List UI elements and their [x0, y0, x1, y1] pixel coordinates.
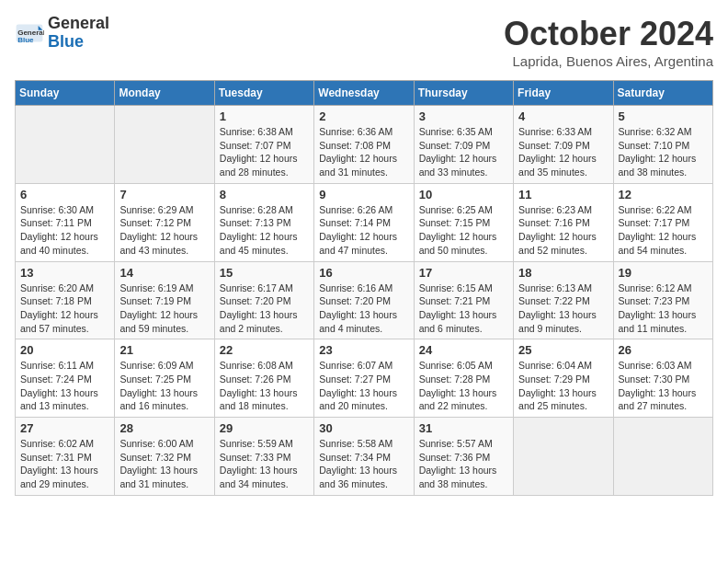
day-number: 28 — [119, 421, 209, 435]
calendar-cell: 5Sunrise: 6:32 AMSunset: 7:10 PMDaylight… — [613, 106, 712, 184]
calendar-cell: 18Sunrise: 6:13 AMSunset: 7:22 PMDayligh… — [514, 261, 613, 339]
calendar-cell: 2Sunrise: 6:36 AMSunset: 7:08 PMDaylight… — [314, 106, 414, 184]
calendar-week-row: 20Sunrise: 6:11 AMSunset: 7:24 PMDayligh… — [16, 339, 713, 418]
calendar-header-row: SundayMondayTuesdayWednesdayThursdayFrid… — [16, 81, 713, 106]
calendar-cell: 11Sunrise: 6:23 AMSunset: 7:16 PMDayligh… — [514, 183, 613, 261]
day-number: 19 — [619, 266, 708, 280]
day-number: 9 — [319, 188, 408, 201]
calendar-week-row: 27Sunrise: 6:02 AMSunset: 7:31 PMDayligh… — [16, 418, 713, 496]
calendar-cell: 21Sunrise: 6:09 AMSunset: 7:25 PMDayligh… — [115, 339, 214, 418]
day-info: Sunrise: 6:11 AMSunset: 7:24 PMDaylight:… — [20, 359, 109, 413]
day-number: 16 — [319, 266, 408, 280]
month-title: October 2024 — [504, 15, 713, 53]
calendar-cell: 13Sunrise: 6:20 AMSunset: 7:18 PMDayligh… — [16, 261, 115, 339]
calendar-cell — [115, 106, 214, 184]
calendar-cell: 29Sunrise: 5:59 AMSunset: 7:33 PMDayligh… — [214, 418, 313, 496]
calendar-cell: 3Sunrise: 6:35 AMSunset: 7:09 PMDaylight… — [414, 106, 513, 184]
weekday-header: Tuesday — [214, 81, 313, 106]
day-number: 1 — [220, 109, 309, 123]
day-info: Sunrise: 6:23 AMSunset: 7:16 PMDaylight:… — [518, 203, 608, 258]
logo-icon: General Blue — [15, 18, 44, 48]
day-info: Sunrise: 6:38 AMSunset: 7:07 PMDaylight:… — [220, 125, 309, 179]
day-number: 18 — [518, 266, 608, 280]
day-info: Sunrise: 6:33 AMSunset: 7:09 PMDaylight:… — [518, 125, 608, 179]
day-info: Sunrise: 6:02 AMSunset: 7:31 PMDaylight:… — [20, 437, 109, 491]
day-info: Sunrise: 6:20 AMSunset: 7:18 PMDaylight:… — [20, 282, 109, 336]
day-number: 6 — [20, 188, 109, 201]
day-info: Sunrise: 5:59 AMSunset: 7:33 PMDaylight:… — [220, 437, 309, 491]
weekday-header: Thursday — [414, 81, 513, 106]
day-info: Sunrise: 6:28 AMSunset: 7:13 PMDaylight:… — [220, 203, 309, 258]
calendar-cell — [16, 106, 115, 184]
weekday-header: Saturday — [613, 81, 712, 106]
day-info: Sunrise: 6:32 AMSunset: 7:10 PMDaylight:… — [619, 125, 708, 179]
day-number: 12 — [619, 188, 708, 201]
calendar-cell: 23Sunrise: 6:07 AMSunset: 7:27 PMDayligh… — [314, 339, 414, 418]
day-number: 2 — [319, 109, 408, 123]
calendar-cell: 24Sunrise: 6:05 AMSunset: 7:28 PMDayligh… — [414, 339, 513, 418]
weekday-header: Wednesday — [314, 81, 414, 106]
logo: General Blue General Blue — [15, 15, 109, 52]
calendar-cell: 16Sunrise: 6:16 AMSunset: 7:20 PMDayligh… — [314, 261, 414, 339]
calendar-cell: 8Sunrise: 6:28 AMSunset: 7:13 PMDaylight… — [214, 183, 313, 261]
calendar-cell: 1Sunrise: 6:38 AMSunset: 7:07 PMDaylight… — [214, 106, 313, 184]
day-number: 3 — [419, 109, 508, 123]
day-number: 17 — [419, 266, 508, 280]
calendar-cell: 6Sunrise: 6:30 AMSunset: 7:11 PMDaylight… — [16, 183, 115, 261]
calendar-cell: 9Sunrise: 6:26 AMSunset: 7:14 PMDaylight… — [314, 183, 414, 261]
calendar-cell: 4Sunrise: 6:33 AMSunset: 7:09 PMDaylight… — [514, 106, 613, 184]
title-area: October 2024 Laprida, Buenos Aires, Arge… — [504, 15, 713, 69]
day-number: 13 — [20, 266, 109, 280]
calendar-cell: 10Sunrise: 6:25 AMSunset: 7:15 PMDayligh… — [414, 183, 513, 261]
day-info: Sunrise: 6:17 AMSunset: 7:20 PMDaylight:… — [220, 282, 309, 336]
day-number: 14 — [119, 266, 209, 280]
calendar-table: SundayMondayTuesdayWednesdayThursdayFrid… — [15, 80, 713, 496]
calendar-cell: 28Sunrise: 6:00 AMSunset: 7:32 PMDayligh… — [115, 418, 214, 496]
location-title: Laprida, Buenos Aires, Argentina — [504, 53, 713, 69]
page-header: General Blue General Blue October 2024 L… — [15, 15, 713, 69]
day-info: Sunrise: 6:13 AMSunset: 7:22 PMDaylight:… — [518, 282, 608, 336]
calendar-cell: 12Sunrise: 6:22 AMSunset: 7:17 PMDayligh… — [613, 183, 712, 261]
day-number: 22 — [220, 343, 309, 357]
day-info: Sunrise: 6:25 AMSunset: 7:15 PMDaylight:… — [419, 203, 508, 258]
logo-general-text: General — [48, 15, 109, 33]
calendar-cell: 19Sunrise: 6:12 AMSunset: 7:23 PMDayligh… — [613, 261, 712, 339]
day-number: 24 — [419, 343, 508, 357]
day-number: 20 — [20, 343, 109, 357]
day-number: 23 — [319, 343, 408, 357]
day-number: 4 — [518, 109, 608, 123]
calendar-cell: 30Sunrise: 5:58 AMSunset: 7:34 PMDayligh… — [314, 418, 414, 496]
day-info: Sunrise: 6:12 AMSunset: 7:23 PMDaylight:… — [619, 282, 708, 336]
day-info: Sunrise: 6:36 AMSunset: 7:08 PMDaylight:… — [319, 125, 408, 179]
day-info: Sunrise: 6:07 AMSunset: 7:27 PMDaylight:… — [319, 359, 408, 413]
day-number: 25 — [518, 343, 608, 357]
day-info: Sunrise: 6:22 AMSunset: 7:17 PMDaylight:… — [619, 203, 708, 258]
day-info: Sunrise: 6:29 AMSunset: 7:12 PMDaylight:… — [119, 203, 209, 258]
day-number: 29 — [220, 421, 309, 435]
day-number: 7 — [119, 188, 209, 201]
day-number: 30 — [319, 421, 408, 435]
calendar-cell: 31Sunrise: 5:57 AMSunset: 7:36 PMDayligh… — [414, 418, 513, 496]
day-info: Sunrise: 5:58 AMSunset: 7:34 PMDaylight:… — [319, 437, 408, 491]
day-number: 5 — [619, 109, 708, 123]
calendar-cell — [613, 418, 712, 496]
day-number: 26 — [619, 343, 708, 357]
calendar-cell: 17Sunrise: 6:15 AMSunset: 7:21 PMDayligh… — [414, 261, 513, 339]
day-info: Sunrise: 6:15 AMSunset: 7:21 PMDaylight:… — [419, 282, 508, 336]
day-info: Sunrise: 6:08 AMSunset: 7:26 PMDaylight:… — [220, 359, 309, 413]
day-number: 11 — [518, 188, 608, 201]
calendar-cell: 15Sunrise: 6:17 AMSunset: 7:20 PMDayligh… — [214, 261, 313, 339]
day-info: Sunrise: 6:03 AMSunset: 7:30 PMDaylight:… — [619, 359, 708, 413]
calendar-week-row: 6Sunrise: 6:30 AMSunset: 7:11 PMDaylight… — [16, 183, 713, 261]
day-info: Sunrise: 6:09 AMSunset: 7:25 PMDaylight:… — [119, 359, 209, 413]
day-info: Sunrise: 6:05 AMSunset: 7:28 PMDaylight:… — [419, 359, 508, 413]
calendar-cell — [514, 418, 613, 496]
weekday-header: Friday — [514, 81, 613, 106]
calendar-cell: 27Sunrise: 6:02 AMSunset: 7:31 PMDayligh… — [16, 418, 115, 496]
calendar-week-row: 13Sunrise: 6:20 AMSunset: 7:18 PMDayligh… — [16, 261, 713, 339]
day-info: Sunrise: 6:26 AMSunset: 7:14 PMDaylight:… — [319, 203, 408, 258]
day-info: Sunrise: 6:35 AMSunset: 7:09 PMDaylight:… — [419, 125, 508, 179]
logo-blue-text: Blue — [48, 33, 109, 52]
day-info: Sunrise: 6:04 AMSunset: 7:29 PMDaylight:… — [518, 359, 608, 413]
calendar-cell: 26Sunrise: 6:03 AMSunset: 7:30 PMDayligh… — [613, 339, 712, 418]
